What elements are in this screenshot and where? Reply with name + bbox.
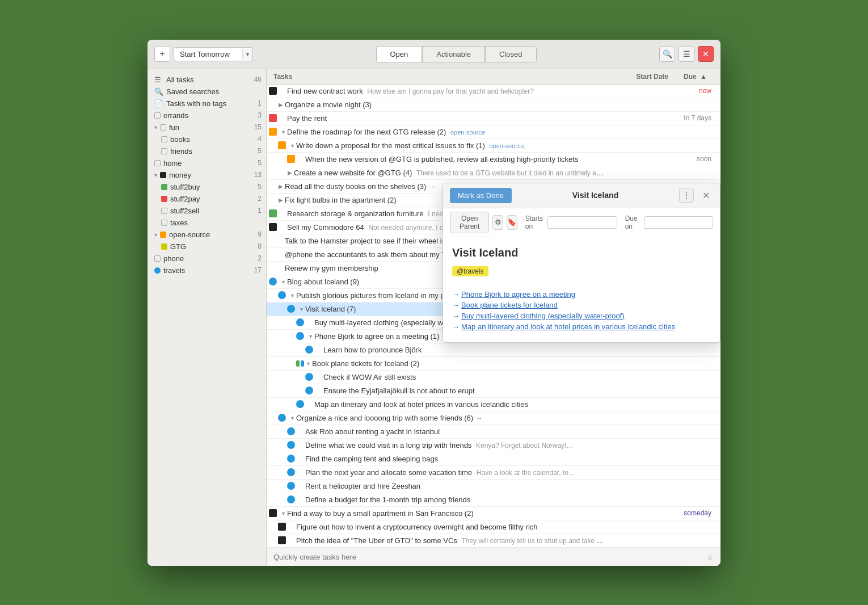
sidebar-item-stuff2pay[interactable]: stuff2pay 2 xyxy=(148,193,266,205)
sidebar-item-label: friends xyxy=(170,147,192,156)
table-row[interactable]: Ensure the Eyjafjallajökull is not about… xyxy=(267,384,720,398)
task-name: Book plane tickets for Iceland (2) xyxy=(312,359,605,368)
table-row[interactable]: Write down a proposal for the most criti… xyxy=(267,139,720,153)
sidebar-item-friends[interactable]: friends 5 xyxy=(148,145,266,157)
sidebar-item-label: Tasks with no tags xyxy=(166,99,226,108)
table-row[interactable]: Organize a nice and loooong trip with so… xyxy=(267,411,720,425)
task-name: Find a way to buy a small apartment in S… xyxy=(287,509,605,518)
expand-icon xyxy=(277,250,285,258)
sidebar-item-errands[interactable]: errands 3 xyxy=(148,110,266,121)
sidebar-item-label: stuff2pay xyxy=(170,195,200,203)
table-row[interactable]: Figure out how to invent a cryptocurrenc… xyxy=(267,520,720,534)
table-row[interactable]: Create a new website for @GTG (4) There … xyxy=(267,166,720,180)
sidebar-item-travels[interactable]: travels 17 xyxy=(148,264,266,276)
open-parent-button[interactable]: Open Parent xyxy=(450,212,489,233)
table-row[interactable]: Check if WOW Air still exists xyxy=(267,371,720,384)
table-row[interactable]: Find a way to buy a small apartment in S… xyxy=(267,507,720,520)
expand-icon[interactable] xyxy=(286,169,294,177)
expand-icon[interactable] xyxy=(279,128,287,136)
task-tag-badge[interactable]: @travels xyxy=(452,266,488,276)
expand-icon[interactable] xyxy=(288,414,296,422)
table-row[interactable]: Define the roadmap for the next GTG rele… xyxy=(267,125,720,139)
expand-icon[interactable] xyxy=(279,278,287,285)
task-priority-dot xyxy=(278,414,286,422)
table-row[interactable]: Define what we could visit in a long tri… xyxy=(267,439,720,452)
expand-icon[interactable] xyxy=(277,182,285,190)
table-row[interactable]: Define a budget for the 1-month trip amo… xyxy=(267,493,720,507)
task-priority-dot xyxy=(278,141,286,149)
table-row[interactable]: Find the camping tent and sleeping bags xyxy=(267,452,720,466)
task-priority-dot xyxy=(278,523,286,531)
smiley-icon: ☺ xyxy=(706,553,714,561)
tab-actionable[interactable]: Actionable xyxy=(422,46,485,62)
table-row[interactable]: When the new version of @GTG is publishe… xyxy=(267,153,720,166)
close-button[interactable]: ✕ xyxy=(698,46,714,62)
task-priority-dot xyxy=(287,482,295,490)
stuff2pay-color xyxy=(161,196,167,202)
table-row[interactable]: Book plane tickets for Iceland (2) xyxy=(267,357,720,371)
phone-color xyxy=(154,255,161,262)
table-row[interactable]: Rent a helicopter and hire Zeeshan xyxy=(267,480,720,493)
detail-close-button[interactable]: ✕ xyxy=(698,188,713,203)
table-row[interactable]: Map an itinerary and look at hotel price… xyxy=(267,398,720,411)
dropdown-arrow-icon[interactable]: ▾ xyxy=(242,49,252,60)
sidebar-item-gtg[interactable]: GTG 8 xyxy=(148,241,266,253)
task-priority-dot xyxy=(287,495,295,503)
sidebar-item-money[interactable]: ▾ money 13 xyxy=(148,169,266,181)
sidebar-item-phone[interactable]: phone 2 xyxy=(148,253,266,264)
expand-icon[interactable] xyxy=(306,332,314,340)
sidebar-item-label: phone xyxy=(163,254,184,263)
add-task-button[interactable]: + xyxy=(154,46,170,62)
sidebar-item-home[interactable]: home 5 xyxy=(148,157,266,169)
subtask-link-4[interactable]: Map an itinerary and look at hotel price… xyxy=(452,322,711,331)
sidebar-item-stuff2buy[interactable]: stuff2buy 5 xyxy=(148,181,266,193)
sidebar-item-fun[interactable]: ▾ fun 15 xyxy=(148,121,266,133)
sidebar-item-books[interactable]: books 4 xyxy=(148,133,266,145)
table-row[interactable]: Learn how to pronounce Björk xyxy=(267,343,720,357)
task-name: Check if WOW Air still exists xyxy=(323,373,605,381)
sidebar-item-stuff2sell[interactable]: stuff2sell 1 xyxy=(148,205,266,217)
search-button[interactable]: 🔍 xyxy=(659,46,675,62)
detail-bookmark-icon[interactable]: 🔖 xyxy=(507,215,517,230)
table-row[interactable]: Find new contract work How else am I gon… xyxy=(267,85,720,98)
sidebar-item-label: travels xyxy=(163,266,185,275)
table-row[interactable]: Pay the rent In 7 days xyxy=(267,112,720,125)
expand-icon[interactable] xyxy=(277,196,285,204)
starts-on-input[interactable] xyxy=(547,216,617,229)
mark-done-button[interactable]: Mark as Done xyxy=(450,188,512,203)
expand-icon[interactable] xyxy=(288,141,296,149)
expand-icon xyxy=(297,441,305,449)
sidebar-item-label: fun xyxy=(169,123,179,132)
expand-icon[interactable] xyxy=(304,359,312,367)
expand-icon xyxy=(306,400,314,408)
table-row[interactable]: Organize a movie night (3) xyxy=(267,98,720,112)
table-row[interactable]: Pitch the idea of "The Uber of GTD" to s… xyxy=(267,534,720,548)
subtask-link-3[interactable]: Buy multi-layered clothing (especially w… xyxy=(452,312,711,320)
quick-create-input[interactable] xyxy=(273,553,706,561)
expand-icon[interactable] xyxy=(288,291,296,299)
sidebar-item-tasks-no-tags[interactable]: 📄 Tasks with no tags 1 xyxy=(148,98,266,110)
detail-settings-icon[interactable]: ⚙ xyxy=(492,215,503,230)
due-on-input[interactable] xyxy=(644,216,713,229)
travels-icon xyxy=(154,267,161,274)
sidebar-item-count: 2 xyxy=(258,254,262,262)
table-row[interactable]: Plan the next year and allocate some vac… xyxy=(267,466,720,480)
expand-icon xyxy=(279,87,287,95)
quick-create-bar: ☺ xyxy=(267,548,720,566)
sidebar-item-all-tasks[interactable]: ☰ All tasks 46 xyxy=(148,74,266,86)
tab-open[interactable]: Open xyxy=(376,46,423,62)
expand-icon[interactable] xyxy=(277,100,285,108)
expand-icon[interactable] xyxy=(279,509,287,517)
sidebar-item-saved-searches[interactable]: 🔍 Saved searches xyxy=(148,86,266,98)
subtask-link-1[interactable]: Phone Björk to agree on a meeting xyxy=(452,290,711,299)
table-row[interactable]: Ask Rob about renting a yacht in Istanbu… xyxy=(267,425,720,439)
sidebar-item-open-source[interactable]: ▾ open-source 9 xyxy=(148,229,266,241)
tab-closed[interactable]: Closed xyxy=(485,46,536,62)
titlebar-left: + Start Tomorrow ▾ xyxy=(154,46,253,62)
detail-menu-button[interactable]: ⋮ xyxy=(679,188,694,203)
sidebar-item-taxes[interactable]: taxes xyxy=(148,217,266,229)
expand-icon xyxy=(297,482,305,490)
expand-icon[interactable] xyxy=(297,305,305,313)
menu-button[interactable]: ☰ xyxy=(679,46,694,62)
subtask-link-2[interactable]: Book plane tickets for Iceland xyxy=(452,301,711,309)
